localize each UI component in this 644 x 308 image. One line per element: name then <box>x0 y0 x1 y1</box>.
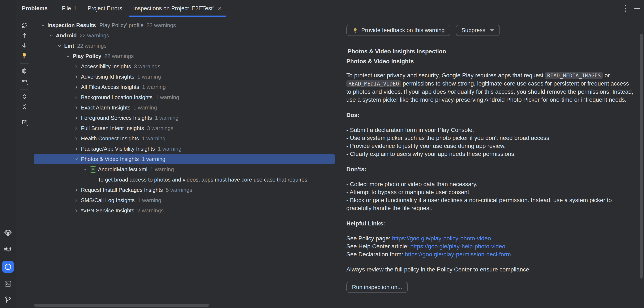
dropdown-corner <box>26 124 28 126</box>
donts-heading: Don'ts: <box>346 166 634 173</box>
arrow-down-icon[interactable] <box>20 41 29 50</box>
tree-warning-message[interactable]: To get broad access to photos and videos… <box>32 175 338 185</box>
expand-all-icon[interactable] <box>20 92 29 101</box>
minimize-icon[interactable] <box>634 8 640 9</box>
chevron-down-icon[interactable] <box>74 157 79 162</box>
chevron-right-icon[interactable] <box>74 147 79 151</box>
tree-row-count: 22 warnings <box>80 32 109 39</box>
tab-label: File <box>62 5 71 12</box>
tab-file[interactable]: File1 <box>56 0 82 17</box>
tree-row-label: Background Location Insights <box>81 94 152 101</box>
tree-row-label: AndroidManifest.xml <box>98 166 148 173</box>
tree-row-count: 3 warnings <box>134 63 160 70</box>
policy-footer: Always review the full policy in the Pol… <box>346 266 634 273</box>
link-line: See Declaration form: https://goo.gle/pl… <box>346 250 634 258</box>
chevron-down-icon[interactable] <box>48 33 54 38</box>
tab-label: Inspections on Project 'E2ETest' <box>133 5 214 12</box>
chevron-right-icon[interactable] <box>74 75 79 79</box>
tree-row[interactable]: Background Location Insights1 warning <box>32 92 338 102</box>
lightbulb-icon[interactable] <box>20 51 29 60</box>
tree-row[interactable]: Play Policy22 warnings <box>32 51 338 61</box>
inspection-results-tree: Inspection Results'Play Policy' profile2… <box>32 17 338 308</box>
tree-row[interactable]: Photos & Video Insights1 warning <box>34 154 335 164</box>
dos-item: - Use a system picker such as the photo … <box>346 134 634 142</box>
kebab-menu-icon[interactable] <box>624 4 627 13</box>
policy-link[interactable]: https://goo.gle/play-policy-photo-video <box>392 235 491 242</box>
chevron-right-icon[interactable] <box>74 136 79 141</box>
policy-link[interactable]: https://goo.gle/play-permission-decl-for… <box>405 251 511 258</box>
donts-list: - Collect more photo or video data than … <box>346 180 634 212</box>
chevron-right-icon[interactable] <box>74 105 79 110</box>
eye-icon[interactable] <box>20 76 29 86</box>
lightbulb-icon <box>352 27 358 34</box>
tree-row[interactable]: Health Connect Insights1 warning <box>32 133 338 144</box>
inspection-subtitle: Photos & Video Insights <box>346 58 634 65</box>
tree-row[interactable]: Advertising Id Insights1 warning <box>32 72 338 82</box>
vertical-scrollbar[interactable] <box>640 34 643 279</box>
gem-icon[interactable] <box>2 227 14 239</box>
cat-icon[interactable] <box>2 244 14 256</box>
tree-row[interactable]: SMS/Call Log Insights1 warning <box>32 195 338 206</box>
refresh-icon[interactable] <box>20 21 29 30</box>
error-circle-icon[interactable] <box>2 261 14 273</box>
tree-row[interactable]: Lint22 warnings <box>32 41 338 51</box>
tree-row[interactable]: MAndroidManifest.xml1 warning <box>32 164 338 175</box>
tree-row[interactable]: Foreground Services Insights1 warning <box>32 113 338 123</box>
inspection-toolbar <box>16 17 32 308</box>
provide-feedback-button[interactable]: Provide feedback on this warning <box>346 25 450 36</box>
tab-inspections-on-project-e2etest-[interactable]: Inspections on Project 'E2ETest'✕ <box>128 0 228 17</box>
chevron-down-icon[interactable] <box>65 54 71 59</box>
tree-row-label: Lint <box>64 43 74 49</box>
tree-row[interactable]: Package/App Visibility Insights1 warning <box>32 144 338 154</box>
chevron-right-icon[interactable] <box>74 64 79 69</box>
policy-link[interactable]: https://goo.gle/play-help-photo-video <box>410 243 505 250</box>
chevron-right-icon[interactable] <box>74 85 79 89</box>
git-branch-icon[interactable] <box>2 294 14 306</box>
tree-row-count: 22 warnings <box>77 43 106 49</box>
gear-icon[interactable] <box>20 66 29 76</box>
feedback-button-label: Provide feedback on this warning <box>361 27 445 34</box>
tree-row[interactable]: Inspection Results'Play Policy' profile2… <box>32 20 338 31</box>
close-icon[interactable]: ✕ <box>218 5 222 12</box>
tab-count: 1 <box>74 5 77 12</box>
chevron-right-icon[interactable] <box>74 198 79 203</box>
tree-row[interactable]: *VPN Service Insights2 warnings <box>32 206 338 216</box>
tree-row[interactable]: Full Screen Intent Insights3 warnings <box>32 123 338 133</box>
horizontal-scrollbar[interactable] <box>34 304 209 307</box>
permission-code-chip: READ_MEDIA_VIDEO <box>346 80 401 87</box>
collapse-all-icon[interactable] <box>20 102 29 111</box>
tool-window-stripe <box>0 0 16 308</box>
tree-row-count: 1 warning <box>155 115 178 121</box>
chevron-right-icon[interactable] <box>74 188 79 193</box>
tree-row[interactable]: Request Install Packages Insights5 warni… <box>32 185 338 195</box>
tab-project-errors[interactable]: Project Errors <box>82 0 128 17</box>
run-inspection-button[interactable]: Run inspection on... <box>346 282 408 293</box>
chevron-right-icon[interactable] <box>74 126 79 131</box>
chevron-right-icon[interactable] <box>74 208 79 213</box>
export-icon[interactable] <box>20 118 29 127</box>
link-line: See Policy page: https://goo.gle/play-po… <box>346 234 634 242</box>
arrow-up-icon[interactable] <box>20 31 29 40</box>
tree-row-count: 1 warning <box>150 166 174 173</box>
tree-row[interactable]: Accessibility Insights3 warnings <box>32 61 338 72</box>
tree-row-count: 1 warning <box>156 94 179 101</box>
tree-row[interactable]: Android22 warnings <box>32 31 338 41</box>
terminal-icon[interactable] <box>2 278 14 289</box>
suppress-button[interactable]: Suppress <box>456 25 500 36</box>
tree-row-label: Accessibility Insights <box>81 63 131 70</box>
tree-row-label: Advertising Id Insights <box>81 74 134 80</box>
chevron-down-icon[interactable] <box>82 167 88 172</box>
chevron-right-icon[interactable] <box>74 95 79 100</box>
toolbar-separator <box>20 63 28 64</box>
links-heading: Helpful Links: <box>346 220 634 227</box>
tree-row-label: Foreground Services Insights <box>81 115 152 121</box>
chevron-right-icon[interactable] <box>74 116 79 120</box>
chevron-down-icon[interactable] <box>40 23 46 28</box>
tree-row[interactable]: All Files Access Insights1 warning <box>32 82 338 92</box>
tree-row-label: *VPN Service Insights <box>81 207 134 214</box>
tree-row-count: 1 warning <box>137 74 161 80</box>
link-line: See Help Center article: https://goo.gle… <box>346 242 634 250</box>
tree-row-label: Health Connect Insights <box>81 135 139 142</box>
tree-row[interactable]: Exact Alarm Insights1 warning <box>32 102 338 113</box>
chevron-down-icon[interactable] <box>57 44 62 48</box>
